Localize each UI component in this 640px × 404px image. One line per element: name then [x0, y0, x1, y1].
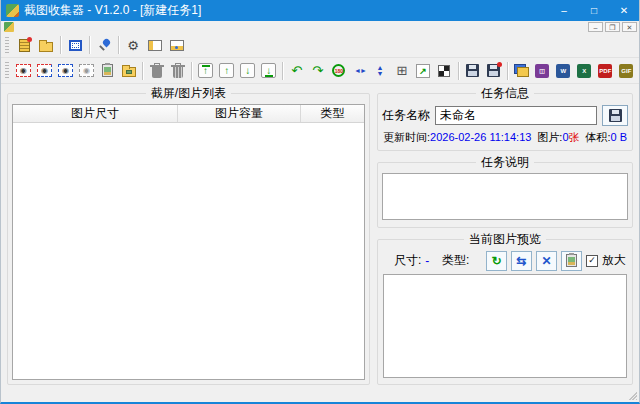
flip-vertical-icon: ◄► [377, 65, 384, 77]
delete-all-button[interactable] [167, 60, 188, 82]
undo-button[interactable]: ↶ [286, 60, 307, 82]
export-gif-button[interactable]: GIF [616, 60, 637, 82]
toolbar-gripper[interactable] [5, 62, 9, 79]
screenshot-list[interactable]: 图片尺寸 图片容量 类型 [12, 104, 365, 380]
fit-to-window-button[interactable]: ✕ [536, 251, 557, 271]
mdi-restore-button[interactable]: ❐ [605, 22, 620, 32]
resize-grip[interactable] [628, 391, 637, 400]
pdf-icon: PDF [598, 64, 612, 78]
capture-window-button[interactable]: ◉ [34, 60, 55, 82]
preview-area[interactable] [383, 274, 627, 378]
task-info-group: 任务信息 任务名称 更新时间:2026-02-26 11:14:13 图片:0张… [377, 85, 633, 151]
settings-button[interactable]: ⚙ [122, 34, 144, 56]
move-first-icon: ↑ [198, 63, 213, 78]
save-task-icon [609, 109, 622, 122]
export-excel-button[interactable]: X [574, 60, 595, 82]
export-collection-button[interactable] [511, 60, 532, 82]
move-down-icon: ↓ [240, 63, 255, 78]
toggle-preview-panel-button[interactable] [166, 34, 188, 56]
save-task-button[interactable] [602, 105, 628, 126]
tile-view-button[interactable]: ⊞ [391, 60, 412, 82]
undo-icon: ↶ [291, 64, 302, 77]
task-description-group: 任务说明 [377, 154, 633, 228]
capture-disabled-button[interactable]: ◉ [76, 60, 97, 82]
mdi-bar: – ❐ ✕ [1, 21, 639, 33]
volume-value: 0 B [610, 131, 627, 143]
list-header: 图片尺寸 图片容量 类型 [13, 105, 364, 123]
grayscale-icon [438, 65, 450, 77]
screen-capture-button[interactable] [64, 34, 86, 56]
rotate-180-button[interactable]: 180 [328, 60, 349, 82]
redo-button[interactable]: ↷ [307, 60, 328, 82]
move-last-button[interactable]: ↓ [258, 60, 279, 82]
move-last-icon: ↓ [261, 63, 276, 78]
flip-horizontal-icon: ◄► [354, 67, 366, 74]
capture-fullscreen-button[interactable]: ◉ [13, 60, 34, 82]
preview-group: 当前图片预览 尺寸: - 类型: ↻ ⇆ ✕ ✓ 放大 [377, 231, 633, 385]
word-icon: W [556, 64, 570, 78]
toolbar-gripper[interactable] [5, 37, 9, 54]
delete-selected-button[interactable] [146, 60, 167, 82]
sync-icon: ⇆ [516, 255, 526, 267]
toolbar-separator [118, 36, 119, 54]
toolbar-separator [507, 62, 508, 80]
export-viewer-icon: ◫ [535, 64, 549, 78]
column-header-size[interactable]: 图片尺寸 [13, 105, 178, 122]
flip-vertical-button[interactable]: ◄► [370, 60, 391, 82]
redo-icon: ↷ [312, 64, 323, 77]
preview-size-label: 尺寸: [394, 252, 421, 269]
resize-image-button[interactable]: ↗ [413, 60, 434, 82]
save-as-icon [487, 64, 500, 77]
flip-horizontal-button[interactable]: ◄► [349, 60, 370, 82]
save-image-as-button[interactable] [483, 60, 504, 82]
save-image-button[interactable] [462, 60, 483, 82]
move-down-button[interactable]: ↓ [237, 60, 258, 82]
preview-title: 当前图片预览 [464, 231, 546, 248]
export-pdf-button[interactable]: PDF [595, 60, 616, 82]
app-icon [6, 4, 19, 17]
copy-preview-button[interactable] [561, 251, 582, 271]
column-header-capacity[interactable]: 图片容量 [178, 105, 301, 122]
minimize-button[interactable]: – [549, 0, 579, 21]
export-viewer-button[interactable]: ◫ [532, 60, 553, 82]
new-task-button[interactable] [13, 34, 35, 56]
preview-panel-icon [170, 40, 184, 51]
toolbar-separator [89, 36, 90, 54]
task-name-input[interactable] [435, 106, 597, 125]
export-word-button[interactable]: W [553, 60, 574, 82]
column-header-type[interactable]: 类型 [301, 105, 364, 122]
mdi-close-button[interactable]: ✕ [622, 22, 637, 32]
new-task-icon [19, 39, 30, 52]
move-first-button[interactable]: ↑ [195, 60, 216, 82]
open-task-button[interactable] [35, 34, 57, 56]
toolbar-separator [60, 36, 61, 54]
capture-disabled-icon: ◉ [79, 64, 94, 77]
toolbar-separator [282, 62, 283, 80]
clipboard-paste-icon [102, 64, 113, 77]
excel-icon: X [577, 64, 591, 78]
grayscale-button[interactable] [434, 60, 455, 82]
import-image-icon [122, 67, 136, 77]
window-controls: – □ ✕ [549, 0, 639, 21]
pin-on-top-button[interactable] [93, 34, 115, 56]
move-up-button[interactable]: ↑ [216, 60, 237, 82]
maximize-button[interactable]: □ [579, 0, 609, 21]
paste-clipboard-image-button[interactable] [97, 60, 118, 82]
close-button[interactable]: ✕ [609, 0, 639, 21]
task-description-input[interactable] [382, 173, 628, 220]
import-image-button[interactable] [118, 60, 139, 82]
capture-region-button[interactable]: ◉ [55, 60, 76, 82]
list-body[interactable] [13, 123, 364, 379]
mdi-minimize-button[interactable]: – [588, 22, 603, 32]
preview-size-value: - [425, 254, 429, 268]
zoom-checkbox[interactable]: ✓ [586, 255, 598, 267]
main-content: 截屏/图片列表 图片尺寸 图片容量 类型 任务信息 任务名称 [1, 84, 639, 387]
refresh-preview-button[interactable]: ↻ [486, 251, 507, 271]
images-unit: 张 [569, 131, 580, 143]
updated-label: 更新时间: [383, 131, 430, 143]
screen-capture-icon [69, 40, 82, 51]
toggle-list-panel-button[interactable] [144, 34, 166, 56]
refresh-icon: ↻ [491, 255, 501, 267]
task-info-title: 任务信息 [476, 85, 534, 102]
sync-preview-button[interactable]: ⇆ [511, 251, 532, 271]
